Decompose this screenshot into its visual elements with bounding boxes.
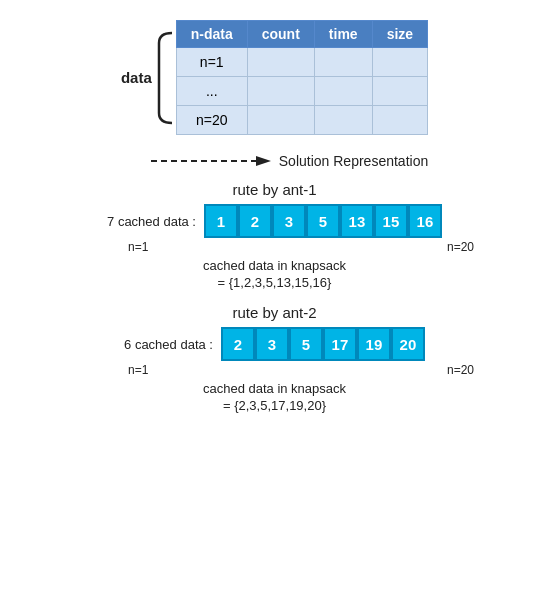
solution-label: Solution Representation xyxy=(279,153,428,169)
cell-count-1 xyxy=(247,77,314,106)
table-row: n=20 xyxy=(176,106,427,135)
list-item: 3 xyxy=(272,204,306,238)
list-item: 17 xyxy=(323,327,357,361)
list-item: 2 xyxy=(238,204,272,238)
dashed-arrow-icon xyxy=(151,151,271,171)
ant1-cached-label: 7 cached data : xyxy=(107,214,196,229)
ant2-row: 6 cached data : 2 3 5 17 19 20 xyxy=(20,327,529,361)
list-item: 5 xyxy=(306,204,340,238)
ant2-n1-label: n=1 xyxy=(128,363,148,377)
ant2-desc-line1: cached data in knapsack xyxy=(203,381,346,396)
cell-size-0 xyxy=(372,48,427,77)
list-item: 13 xyxy=(340,204,374,238)
list-item: 16 xyxy=(408,204,442,238)
cell-count-2 xyxy=(247,106,314,135)
data-table: n-data count time size n=1 ... xyxy=(176,20,428,135)
list-item: 15 xyxy=(374,204,408,238)
cell-ndata-2: n=20 xyxy=(176,106,247,135)
ant1-desc-line2: = {1,2,3,5,13,15,16} xyxy=(218,275,332,290)
svg-marker-1 xyxy=(256,156,271,166)
col-size: size xyxy=(372,21,427,48)
col-count: count xyxy=(247,21,314,48)
list-item: 2 xyxy=(221,327,255,361)
ant2-n20-label: n=20 xyxy=(447,363,474,377)
bracket-label: data xyxy=(121,69,152,86)
cell-ndata-1: ... xyxy=(176,77,247,106)
table-section: data n-data count time size n=1 xyxy=(20,20,529,135)
ant1-section: rute by ant-1 7 cached data : 1 2 3 5 13… xyxy=(20,181,529,290)
ant2-title: rute by ant-2 xyxy=(232,304,316,321)
cell-size-2 xyxy=(372,106,427,135)
ant1-n1-label: n=1 xyxy=(128,240,148,254)
col-time: time xyxy=(314,21,372,48)
ant2-cached-label: 6 cached data : xyxy=(124,337,213,352)
list-item: 3 xyxy=(255,327,289,361)
left-bracket-icon xyxy=(154,28,174,128)
cell-size-1 xyxy=(372,77,427,106)
cell-time-2 xyxy=(314,106,372,135)
table-row: n=1 xyxy=(176,48,427,77)
bracket-group: data xyxy=(121,28,176,128)
cell-ndata-0: n=1 xyxy=(176,48,247,77)
list-item: 5 xyxy=(289,327,323,361)
ant2-items: 2 3 5 17 19 20 xyxy=(221,327,425,361)
ant1-n20-label: n=20 xyxy=(447,240,474,254)
ant2-desc-line2: = {2,3,5,17,19,20} xyxy=(223,398,326,413)
table-row: ... xyxy=(176,77,427,106)
ant1-row: 7 cached data : 1 2 3 5 13 15 16 xyxy=(20,204,529,238)
list-item: 1 xyxy=(204,204,238,238)
ant1-desc-line1: cached data in knapsack xyxy=(203,258,346,273)
ant2-section: rute by ant-2 6 cached data : 2 3 5 17 1… xyxy=(20,304,529,413)
cell-time-1 xyxy=(314,77,372,106)
ant1-items: 1 2 3 5 13 15 16 xyxy=(204,204,442,238)
solution-row: Solution Representation xyxy=(151,151,428,171)
col-ndata: n-data xyxy=(176,21,247,48)
main-container: data n-data count time size n=1 xyxy=(0,0,549,600)
ant1-title: rute by ant-1 xyxy=(232,181,316,198)
cell-count-0 xyxy=(247,48,314,77)
list-item: 20 xyxy=(391,327,425,361)
cell-time-0 xyxy=(314,48,372,77)
list-item: 19 xyxy=(357,327,391,361)
